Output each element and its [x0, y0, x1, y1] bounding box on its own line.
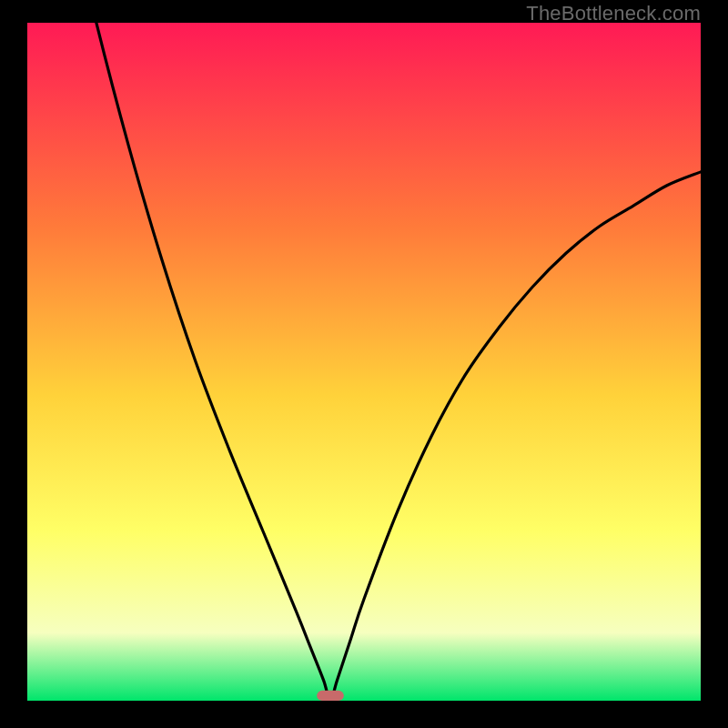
outer-frame: TheBottleneck.com	[0, 0, 728, 728]
minimum-marker	[317, 691, 344, 701]
plot-area	[27, 23, 701, 701]
bottleneck-chart	[27, 23, 701, 701]
